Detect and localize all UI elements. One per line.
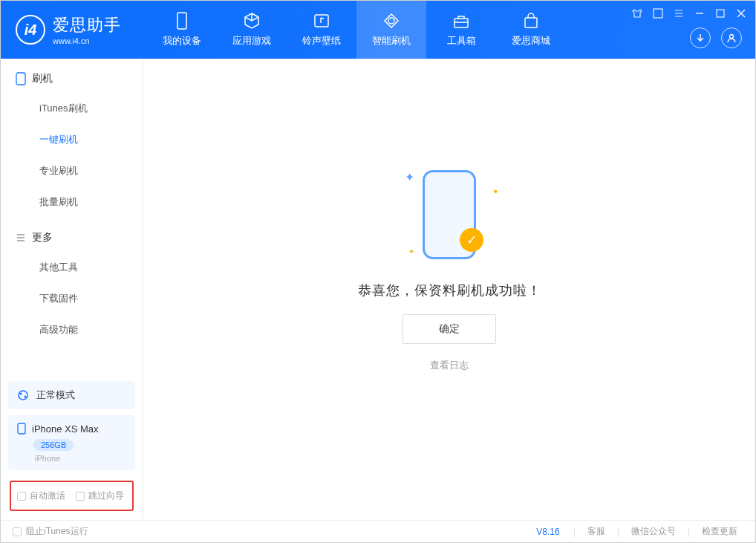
svg-rect-0 — [177, 13, 186, 29]
checkbox-auto-activate[interactable]: 自动激活 — [17, 490, 65, 502]
link-support[interactable]: 客服 — [581, 525, 611, 538]
check-badge-icon: ✓ — [460, 228, 483, 252]
sidebar-section-flash: 刷机 — [1, 59, 143, 93]
success-message: 恭喜您，保资料刷机成功啦！ — [358, 282, 541, 299]
main-content: ✦ • ✦ ✓ 恭喜您，保资料刷机成功啦！ 确定 查看日志 — [143, 59, 755, 520]
checkbox-icon — [76, 492, 85, 501]
svg-rect-1 — [315, 15, 328, 27]
nav-tabs: 我的设备 应用游戏 铃声壁纸 智能刷机 工具箱 爱思商城 — [147, 1, 566, 59]
svg-rect-4 — [525, 18, 537, 27]
download-button[interactable] — [690, 27, 711, 48]
sidebar-item-batch[interactable]: 批量刷机 — [1, 186, 143, 218]
app-title: 爱思助手 — [53, 14, 121, 36]
maximize-icon[interactable] — [715, 8, 726, 19]
svg-point-2 — [388, 18, 394, 24]
nav-tab-ringtone[interactable]: 铃声壁纸 — [287, 1, 356, 59]
logo-icon: i4 — [16, 15, 45, 45]
svg-point-9 — [19, 391, 27, 400]
device-storage: 256GB — [33, 439, 74, 451]
header-actions — [690, 27, 742, 48]
body: 刷机 iTunes刷机 一键刷机 专业刷机 批量刷机 更多 其他工具 下载固件 … — [1, 59, 755, 520]
nav-label: 我的设备 — [163, 34, 201, 48]
svg-rect-12 — [18, 423, 25, 434]
header: i4 爱思助手 www.i4.cn 我的设备 应用游戏 铃声壁纸 智能刷机 工具… — [1, 1, 755, 59]
sparkle-icon: ✦ — [408, 247, 414, 256]
success-illustration: ✦ • ✦ ✓ — [390, 163, 509, 267]
nav-tab-toolbox[interactable]: 工具箱 — [426, 1, 496, 59]
svg-rect-3 — [454, 19, 468, 27]
sparkle-icon: ✦ — [405, 170, 414, 184]
skin-icon[interactable] — [632, 8, 642, 19]
nav-label: 爱思商城 — [512, 34, 550, 48]
svg-rect-8 — [16, 73, 25, 85]
link-wechat[interactable]: 微信公众号 — [625, 525, 682, 538]
nav-label: 智能刷机 — [372, 34, 411, 48]
section-title: 刷机 — [32, 72, 53, 85]
checkbox-icon — [13, 527, 22, 536]
sidebar-item-pro[interactable]: 专业刷机 — [1, 155, 143, 186]
minimize-icon[interactable] — [694, 8, 705, 19]
device-type: iPhone — [35, 454, 126, 463]
menu-icon[interactable] — [653, 8, 663, 19]
checkbox-icon — [17, 492, 26, 501]
svg-point-11 — [25, 396, 27, 398]
nav-tab-shop[interactable]: 爱思商城 — [496, 1, 566, 59]
toolbox-icon — [452, 12, 470, 30]
version-label: V8.16 — [536, 527, 567, 537]
phone-outline-icon — [16, 72, 26, 85]
checkbox-label: 阻止iTunes运行 — [26, 525, 88, 538]
refresh-icon — [382, 12, 400, 30]
statusbar-right: V8.16 | 客服 | 微信公众号 | 检查更新 — [536, 525, 743, 538]
checkbox-label: 自动激活 — [30, 490, 65, 502]
logo-text: 爱思助手 www.i4.cn — [53, 14, 121, 45]
sidebar-item-itunes[interactable]: iTunes刷机 — [1, 93, 143, 124]
svg-rect-6 — [717, 10, 724, 17]
sidebar-items-more: 其他工具 下载固件 高级功能 — [1, 252, 143, 345]
svg-point-7 — [730, 35, 734, 39]
separator: | — [688, 527, 690, 537]
mode-card[interactable]: 正常模式 — [8, 381, 135, 409]
svg-rect-5 — [654, 9, 662, 18]
checkbox-label: 跳过向导 — [88, 490, 124, 502]
app-subtitle: www.i4.cn — [53, 36, 121, 45]
separator: | — [573, 527, 576, 537]
close-icon[interactable] — [736, 8, 746, 19]
link-update[interactable]: 检查更新 — [696, 525, 743, 538]
window-controls — [632, 8, 746, 19]
user-button[interactable] — [721, 27, 742, 48]
device-name-row: iPhone XS Max — [17, 423, 126, 435]
nav-tab-flash[interactable]: 智能刷机 — [356, 1, 426, 59]
mode-label: 正常模式 — [36, 388, 75, 402]
checkbox-row-highlighted: 自动激活 跳过向导 — [10, 481, 134, 511]
ok-button[interactable]: 确定 — [403, 314, 496, 344]
list-icon[interactable] — [674, 8, 684, 19]
nav-tab-apps[interactable]: 应用游戏 — [217, 1, 287, 59]
sidebar-section-more: 更多 — [1, 218, 143, 252]
list-icon — [16, 233, 26, 243]
sidebar-item-oneclick[interactable]: 一键刷机 — [1, 124, 143, 155]
mode-icon — [17, 389, 29, 401]
nav-label: 工具箱 — [447, 34, 476, 48]
device-card[interactable]: iPhone XS Max 256GB iPhone — [8, 415, 135, 470]
sidebar: 刷机 iTunes刷机 一键刷机 专业刷机 批量刷机 更多 其他工具 下载固件 … — [1, 59, 143, 520]
statusbar: 阻止iTunes运行 V8.16 | 客服 | 微信公众号 | 检查更新 — [1, 520, 755, 542]
sidebar-items-flash: iTunes刷机 一键刷机 专业刷机 批量刷机 — [1, 93, 143, 218]
logo-area: i4 爱思助手 www.i4.cn — [1, 14, 136, 45]
sidebar-item-firmware[interactable]: 下载固件 — [1, 283, 143, 314]
view-log-link[interactable]: 查看日志 — [430, 359, 469, 372]
cube-icon — [243, 12, 261, 30]
shop-icon — [522, 12, 540, 30]
checkbox-skip-guide[interactable]: 跳过向导 — [76, 490, 124, 502]
device-icon — [17, 423, 26, 435]
nav-label: 铃声壁纸 — [302, 34, 341, 48]
music-icon — [313, 12, 330, 30]
device-name: iPhone XS Max — [32, 423, 99, 435]
nav-tab-device[interactable]: 我的设备 — [147, 1, 217, 59]
sidebar-item-advanced[interactable]: 高级功能 — [1, 314, 143, 345]
separator: | — [617, 527, 619, 537]
section-title: 更多 — [32, 231, 53, 244]
checkbox-block-itunes[interactable]: 阻止iTunes运行 — [13, 525, 88, 538]
sidebar-item-other[interactable]: 其他工具 — [1, 252, 143, 283]
sparkle-icon: • — [493, 185, 498, 198]
sidebar-bottom: 正常模式 iPhone XS Max 256GB iPhone 自动激活 跳过向… — [1, 374, 143, 520]
